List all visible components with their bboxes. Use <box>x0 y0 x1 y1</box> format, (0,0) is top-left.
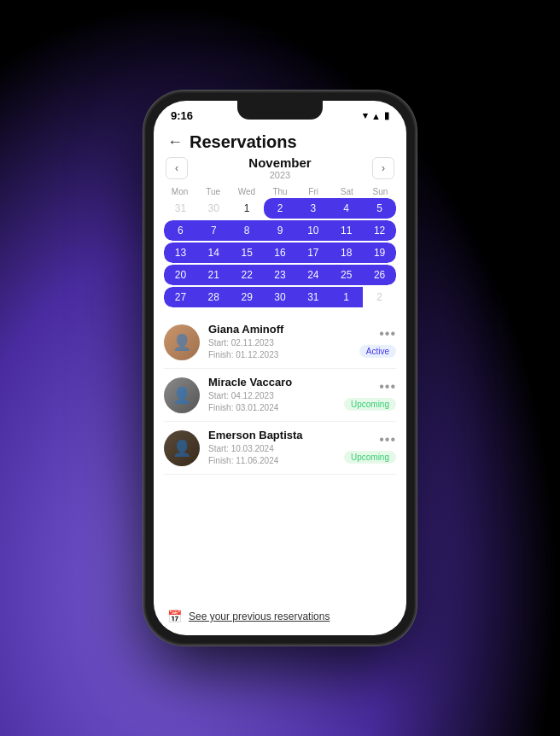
calendar-day[interactable]: 3 <box>296 198 330 219</box>
calendar-day-headers: MonTueWedThuFriSatSun <box>164 185 396 198</box>
calendar-day[interactable]: 1 <box>230 198 264 219</box>
month-year: 2023 <box>248 170 311 180</box>
calendar-day[interactable]: 8 <box>230 220 264 241</box>
calendar-day[interactable]: 20 <box>164 265 197 285</box>
calendar-day[interactable]: 13 <box>164 242 197 263</box>
calendar-day[interactable]: 10 <box>296 220 330 241</box>
app-header: ← Reservations <box>154 126 406 155</box>
day-header-mon: Mon <box>164 185 195 198</box>
calendar-day[interactable]: 12 <box>363 220 396 241</box>
day-header-fri: Fri <box>298 185 330 198</box>
day-header-sat: Sat <box>331 185 363 198</box>
reservation-avatar: 👤 <box>164 377 200 413</box>
calendar-day[interactable]: 18 <box>330 242 363 263</box>
reservation-start: Start: 02.11.2023 <box>208 337 351 349</box>
reservation-finish: Finish: 03.01.2024 <box>208 402 335 414</box>
calendar-day[interactable]: 29 <box>230 287 264 307</box>
reservation-finish: Finish: 11.06.2024 <box>208 455 335 467</box>
reservation-name: Miracle Vaccaro <box>208 376 335 388</box>
calendar-day[interactable]: 17 <box>296 242 330 263</box>
more-options-button[interactable]: ••• <box>379 326 396 342</box>
calendar-day[interactable]: 23 <box>264 265 297 285</box>
more-options-button[interactable]: ••• <box>379 432 396 447</box>
calendar-day[interactable]: 30 <box>197 198 230 219</box>
day-header-sun: Sun <box>365 185 396 198</box>
day-header-wed: Wed <box>230 185 262 198</box>
reservation-info: Giana Aminoff Start: 02.11.2023 Finish: … <box>208 323 351 361</box>
reservation-info: Emerson Baptista Start: 10.03.2024 Finis… <box>208 429 335 467</box>
calendar-day[interactable]: 7 <box>197 220 230 241</box>
reservation-info: Miracle Vaccaro Start: 04.12.2023 Finish… <box>208 376 335 414</box>
previous-reservations-link[interactable]: See your previous reservations <box>189 610 330 622</box>
month-name: November <box>248 155 311 170</box>
calendar-day[interactable]: 15 <box>230 242 264 263</box>
next-month-button[interactable]: › <box>372 157 394 179</box>
reservation-right: ••• Upcoming <box>344 432 396 464</box>
reservation-card-1: 👤 Miracle Vaccaro Start: 04.12.2023 Fini… <box>164 369 396 422</box>
more-options-button[interactable]: ••• <box>379 379 396 394</box>
battery-icon: ▮ <box>384 110 389 121</box>
status-time: 9:16 <box>171 109 193 122</box>
calendar-day[interactable]: 26 <box>363 265 396 285</box>
month-nav: ‹ November 2023 › <box>164 155 396 180</box>
calendar-week-3: 13141516171819 <box>164 242 396 263</box>
status-icons: ▾ ▲ ▮ <box>363 110 389 121</box>
calendar-day[interactable]: 2 <box>363 287 396 307</box>
calendar-day[interactable]: 27 <box>164 287 197 307</box>
reservation-start: Start: 10.03.2024 <box>208 443 335 455</box>
calendar-week-4: 20212223242526 <box>164 265 396 285</box>
reservation-avatar: 👤 <box>164 324 200 360</box>
calendar-day[interactable]: 21 <box>197 265 230 285</box>
calendar-section: ‹ November 2023 › MonTueWedThuFriSatSun … <box>154 155 406 309</box>
back-button[interactable]: ← <box>167 133 183 151</box>
calendar-weeks: 3130123456789101112131415161718192021222… <box>164 198 396 307</box>
calendar-day[interactable]: 16 <box>264 242 297 263</box>
calendar-day[interactable]: 4 <box>330 198 363 219</box>
calendar-day[interactable]: 28 <box>197 287 230 307</box>
reservation-avatar: 👤 <box>164 430 200 466</box>
calendar-week-2: 6789101112 <box>164 220 396 241</box>
calendar-day[interactable]: 25 <box>330 265 363 285</box>
page-title: Reservations <box>190 132 297 152</box>
signal-icon: ▲ <box>371 111 381 121</box>
reservation-name: Emerson Baptista <box>208 429 335 441</box>
status-badge: Active <box>359 345 396 358</box>
reservation-finish: Finish: 01.12.2023 <box>208 349 351 361</box>
reservation-right: ••• Active <box>359 326 396 358</box>
calendar-day[interactable]: 11 <box>330 220 363 241</box>
wifi-icon: ▾ <box>363 110 368 121</box>
status-badge: Upcoming <box>344 451 396 464</box>
footer-link[interactable]: 📅 See your previous reservations <box>154 601 406 635</box>
reservation-right: ••• Upcoming <box>344 379 396 411</box>
reservation-card-2: 👤 Emerson Baptista Start: 10.03.2024 Fin… <box>164 422 396 475</box>
calendar-day[interactable]: 9 <box>264 220 297 241</box>
calendar-day[interactable]: 31 <box>296 287 330 307</box>
day-header-tue: Tue <box>197 185 229 198</box>
reservation-name: Giana Aminoff <box>208 323 351 336</box>
calendar-footer-icon: 📅 <box>167 610 182 623</box>
calendar-day[interactable]: 30 <box>264 287 297 307</box>
reservations-list: 👤 Giana Aminoff Start: 02.11.2023 Finish… <box>154 309 406 601</box>
reservation-start: Start: 04.12.2023 <box>208 390 335 402</box>
calendar-day[interactable]: 14 <box>197 242 230 263</box>
calendar-week-5: 272829303112 <box>164 287 396 307</box>
calendar-day[interactable]: 2 <box>264 198 297 219</box>
prev-month-button[interactable]: ‹ <box>166 157 188 179</box>
calendar-day[interactable]: 5 <box>363 198 396 219</box>
status-badge: Upcoming <box>344 398 396 411</box>
calendar-day[interactable]: 24 <box>296 265 330 285</box>
day-header-thu: Thu <box>264 185 295 198</box>
reservation-card-0: 👤 Giana Aminoff Start: 02.11.2023 Finish… <box>164 316 396 369</box>
calendar-day[interactable]: 22 <box>230 265 264 285</box>
calendar-day[interactable]: 19 <box>363 242 396 263</box>
notch <box>237 101 323 120</box>
calendar-day[interactable]: 1 <box>330 287 363 307</box>
calendar-day[interactable]: 6 <box>164 220 197 241</box>
calendar-week-1: 313012345 <box>164 198 396 219</box>
calendar-day[interactable]: 31 <box>164 198 197 219</box>
